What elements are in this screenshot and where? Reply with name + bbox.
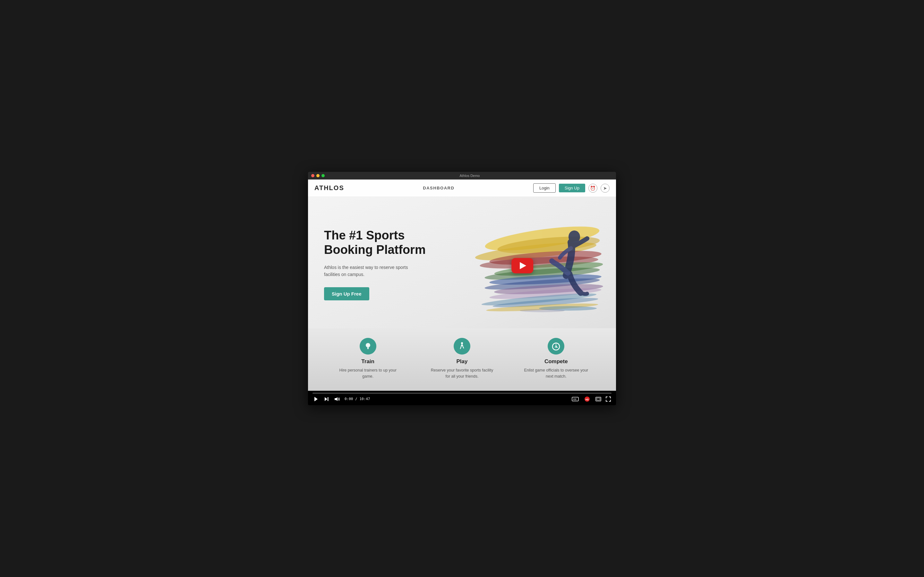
signup-nav-button[interactable]: Sign Up	[559, 184, 585, 192]
clock-icon[interactable]: ⏰	[588, 184, 598, 193]
feature-train: Train Hire personal trainers to up your …	[336, 338, 400, 380]
logo-area: ATHLOS	[314, 184, 344, 192]
svg-point-17	[461, 342, 463, 344]
time-display: 0:00 / 10:47	[344, 397, 370, 401]
hero-subtitle: Athlos is the easiest way to reserve spo…	[324, 264, 414, 278]
controls-right: CC HD	[571, 396, 612, 403]
train-title: Train	[361, 358, 375, 365]
video-container: Athlos Demo ATHLOS DASHBOARD Login Sign …	[308, 172, 616, 405]
svg-point-16	[520, 309, 565, 312]
skip-button[interactable]	[323, 396, 330, 402]
hero-right	[449, 210, 600, 319]
navbar-actions: Login Sign Up ⏰ ➤	[533, 183, 610, 193]
video-content: ATHLOS DASHBOARD Login Sign Up ⏰ ➤ The #…	[308, 179, 616, 391]
window-title: Athlos Demo	[326, 174, 613, 177]
train-icon	[360, 338, 376, 355]
svg-marker-24	[334, 397, 338, 401]
play-icon	[454, 338, 470, 355]
hd-button[interactable]: HD	[583, 396, 591, 403]
svg-text:HD: HD	[586, 398, 589, 400]
share-icon[interactable]: ➤	[601, 184, 610, 193]
play-desc: Reserve your favorite sports facility fo…	[430, 367, 494, 380]
controls-left: 0:00 / 10:47	[312, 396, 370, 403]
svg-marker-21	[314, 397, 318, 401]
minimize-dot[interactable]	[317, 174, 320, 177]
compete-icon: 20	[548, 338, 564, 355]
hero-left: The #1 Sports Booking Platform Athlos is…	[324, 228, 449, 300]
signup-free-button[interactable]: Sign Up Free	[324, 287, 369, 300]
play-button[interactable]	[512, 258, 533, 274]
volume-button[interactable]	[334, 396, 341, 402]
login-button[interactable]: Login	[533, 183, 556, 193]
svg-text:20: 20	[555, 346, 557, 348]
compete-title: Compete	[544, 358, 568, 365]
compete-desc: Enlist game officials to oversee your ne…	[524, 367, 588, 380]
play-pause-button[interactable]	[312, 396, 320, 403]
navbar: ATHLOS DASHBOARD Login Sign Up ⏰ ➤	[308, 179, 616, 197]
svg-rect-23	[328, 397, 328, 401]
controls-row: 0:00 / 10:47 CC HD	[312, 396, 612, 403]
svg-rect-19	[555, 343, 557, 343]
maximize-dot[interactable]	[321, 174, 325, 177]
train-desc: Hire personal trainers to up your game.	[336, 367, 400, 380]
cc-button[interactable]: CC	[571, 396, 580, 402]
theater-button[interactable]	[595, 396, 602, 402]
video-controls: 0:00 / 10:47 CC HD	[308, 391, 616, 405]
svg-rect-29	[596, 397, 601, 401]
features-section: Train Hire personal trainers to up your …	[308, 328, 616, 391]
play-title: Play	[456, 358, 467, 365]
feature-play: Play Reserve your favorite sports facili…	[430, 338, 494, 380]
svg-rect-30	[597, 398, 600, 400]
fullscreen-button[interactable]	[605, 396, 612, 402]
nav-center-label: DASHBOARD	[423, 185, 454, 190]
svg-marker-22	[325, 397, 327, 401]
feature-compete: 20 Compete Enlist game officials to over…	[524, 338, 588, 380]
window-chrome: Athlos Demo	[308, 172, 616, 179]
close-dot[interactable]	[311, 174, 314, 177]
logo-text: ATHLOS	[314, 184, 344, 192]
hero-section: The #1 Sports Booking Platform Athlos is…	[308, 197, 616, 328]
svg-text:CC: CC	[573, 398, 577, 400]
progress-bar[interactable]	[312, 393, 612, 394]
hero-title: The #1 Sports Booking Platform	[324, 228, 449, 258]
